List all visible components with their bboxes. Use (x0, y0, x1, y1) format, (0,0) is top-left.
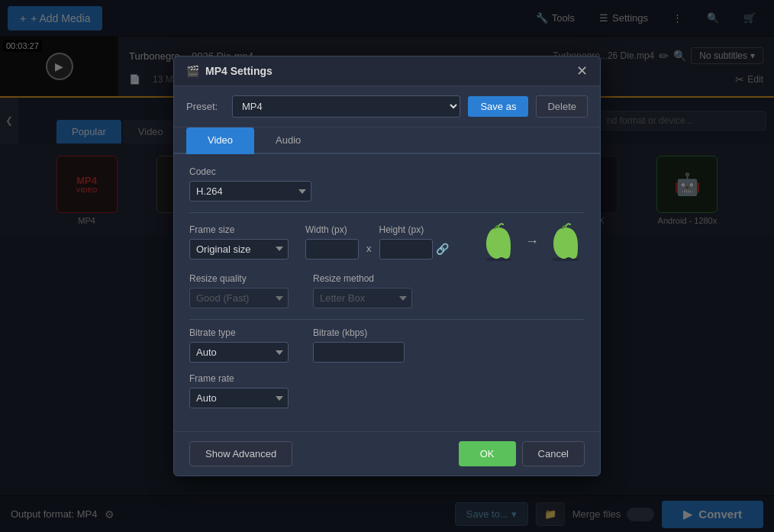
resize-method-col: Resize method Letter Box (313, 273, 412, 308)
modal-tab-audio[interactable]: Audio (254, 127, 322, 154)
preset-label: Preset: (186, 101, 224, 112)
resize-quality-col: Resize quality Good (Fast) (189, 273, 289, 308)
apple-after-icon (547, 221, 585, 263)
frame-size-col: Frame size Original size (189, 224, 289, 260)
modal-tab-audio-label: Audio (276, 134, 301, 146)
delete-label: Delete (547, 101, 576, 112)
modal-close-button[interactable]: ✕ (576, 64, 588, 78)
frame-rate-select[interactable]: Auto (189, 388, 289, 408)
height-col: Height (px) 🔗 (379, 224, 449, 260)
codec-section: Codec H.264 (189, 166, 585, 202)
width-label: Width (px) (305, 224, 359, 235)
codec-label: Codec (189, 166, 585, 177)
modal-mp4-icon: 🎬 (186, 65, 199, 77)
frame-rate-col: Frame rate Auto (189, 373, 289, 408)
mp4-settings-modal: 🎬 MP4 Settings ✕ Preset: MP4 Save as Del… (173, 56, 601, 476)
bitrate-row: Bitrate type Auto Bitrate (kbps) (189, 327, 585, 363)
ok-label: OK (480, 448, 495, 459)
save-as-button[interactable]: Save as (468, 96, 528, 117)
arrow-right-icon: → (525, 234, 539, 250)
show-advanced-button[interactable]: Show Advanced (189, 441, 292, 466)
height-label: Height (px) (379, 224, 449, 235)
frame-size-label: Frame size (189, 224, 289, 235)
bitrate-type-select[interactable]: Auto (189, 342, 289, 363)
bitrate-type-label: Bitrate type (189, 327, 289, 338)
modal-body: Codec H.264 Frame size Original size (174, 154, 600, 431)
link-dimensions-icon[interactable]: 🔗 (436, 243, 449, 255)
modal-tabs: Video Audio (174, 127, 600, 154)
preset-select[interactable]: MP4 (232, 95, 460, 118)
delete-button[interactable]: Delete (536, 95, 588, 118)
modal-header: 🎬 MP4 Settings ✕ (174, 56, 600, 86)
width-col: Width (px) (305, 224, 359, 260)
resize-quality-label: Resize quality (189, 273, 289, 284)
modal-tab-video[interactable]: Video (186, 127, 254, 154)
dimensions-col: Width (px) x Height (px) 🔗 (305, 224, 449, 260)
size-preview: → (479, 221, 585, 263)
frame-size-row: Frame size Original size Width (px) x (189, 221, 585, 263)
height-input[interactable] (379, 239, 433, 260)
modal-overlay: 🎬 MP4 Settings ✕ Preset: MP4 Save as Del… (0, 0, 774, 532)
resize-row: Resize quality Good (Fast) Resize method… (189, 273, 585, 308)
ok-button[interactable]: OK (459, 441, 516, 466)
apple-svg-before (482, 223, 515, 261)
modal-title-text: MP4 Settings (205, 65, 273, 77)
frame-rate-label: Frame rate (189, 373, 289, 384)
apple-svg-after (549, 223, 582, 261)
cancel-label: Cancel (538, 448, 569, 459)
modal-preset-row: Preset: MP4 Save as Delete (174, 86, 600, 127)
modal-footer: Show Advanced OK Cancel (174, 431, 600, 476)
cancel-button[interactable]: Cancel (522, 441, 585, 466)
resize-method-select[interactable]: Letter Box (313, 288, 412, 308)
width-input[interactable] (305, 239, 359, 260)
modal-footer-right: OK Cancel (459, 441, 585, 466)
bitrate-kbps-input[interactable] (313, 342, 405, 363)
frame-size-select[interactable]: Original size (189, 239, 289, 260)
resize-method-label: Resize method (313, 273, 412, 284)
resize-quality-select[interactable]: Good (Fast) (189, 288, 289, 308)
close-icon: ✕ (576, 63, 588, 79)
divider1 (189, 212, 585, 213)
bitrate-type-col: Bitrate type Auto (189, 327, 289, 363)
apple-before-icon (479, 221, 518, 263)
codec-select[interactable]: H.264 (189, 181, 311, 202)
frame-rate-row: Frame rate Auto (189, 373, 585, 408)
modal-tab-video-label: Video (208, 134, 233, 146)
divider2 (189, 319, 585, 320)
bitrate-kbps-col: Bitrate (kbps) (313, 327, 405, 363)
save-as-label: Save as (480, 101, 516, 112)
bitrate-kbps-label: Bitrate (kbps) (313, 327, 405, 338)
modal-title: 🎬 MP4 Settings (186, 65, 273, 77)
x-separator: x (366, 243, 372, 260)
show-advanced-label: Show Advanced (205, 448, 276, 459)
